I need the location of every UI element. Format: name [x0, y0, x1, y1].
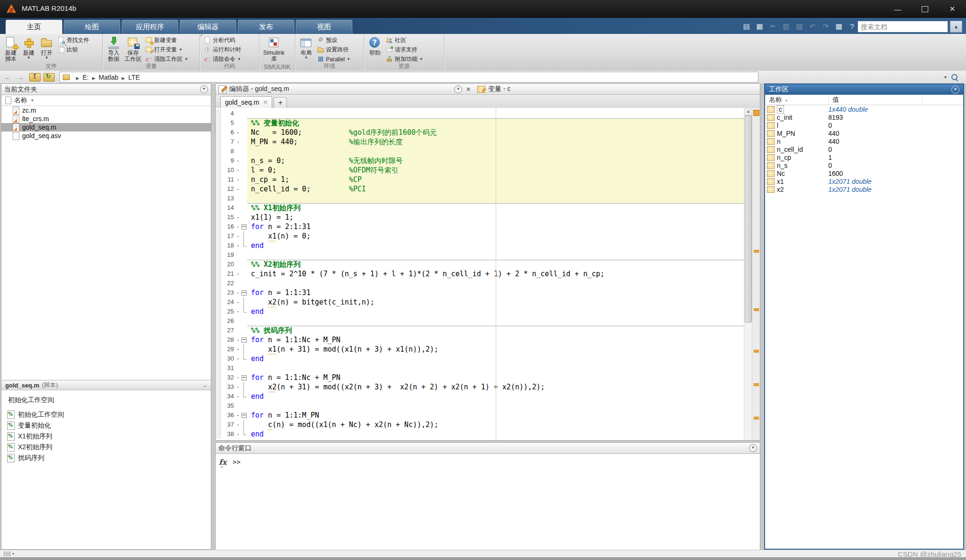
command-window-menu-icon[interactable]: ▼	[749, 444, 757, 452]
workspace-row[interactable]: x11x2071 double	[765, 177, 963, 185]
save-icon[interactable]: ▦	[755, 22, 764, 31]
section-item[interactable]: 扰码序列	[1, 453, 211, 463]
workspace-row[interactable]: n_cell_id0	[765, 145, 963, 153]
lint-warning-marker[interactable]	[754, 250, 759, 253]
undo-icon[interactable]: ↶	[808, 22, 817, 31]
compare-button[interactable]: 比较	[56, 45, 91, 54]
cut-icon[interactable]: ✂	[768, 22, 777, 31]
code-line[interactable]: 27%% 扰码序列	[216, 326, 744, 335]
workspace-name-column[interactable]: 名称 ▲	[765, 96, 829, 104]
command-window-body[interactable]: fx >>	[216, 454, 760, 550]
code-line[interactable]: 19	[216, 250, 744, 260]
new-tab-button[interactable]: +	[274, 97, 287, 108]
code-line[interactable]: 10-l = 0; %OFDM符号索引	[216, 165, 744, 175]
code-line[interactable]: 26	[216, 316, 744, 326]
help-button[interactable]: 帮助	[366, 35, 383, 57]
panel-menu-icon[interactable]: ▼	[200, 85, 208, 93]
code-line[interactable]: 23-for n = 1:1:31	[216, 288, 744, 297]
ribbon-tab-plots[interactable]: 绘图	[64, 20, 120, 34]
code-line[interactable]: 13	[216, 194, 744, 203]
breadcrumb-segment[interactable]: Matlab	[99, 74, 118, 81]
forward-button[interactable]: →	[15, 73, 26, 82]
folder-search-icon[interactable]	[951, 74, 958, 80]
current-folder-column-header[interactable]: 名称 ▼	[1, 95, 211, 106]
code-line[interactable]: 18-end	[216, 241, 744, 250]
code-line[interactable]: 35	[216, 401, 744, 411]
workspace-row[interactable]: c1x440 double	[765, 105, 963, 113]
simulink-library-button[interactable]: Simulink 库	[262, 35, 286, 63]
code-line[interactable]: 24- x2(n) = bitget(c_init,n);	[216, 297, 744, 307]
code-line[interactable]: 8	[216, 147, 744, 156]
code-line[interactable]: 20%% X2初始序列	[216, 260, 744, 269]
code-line[interactable]: 30-end	[216, 354, 744, 363]
editor-close-icon[interactable]: ✕	[465, 86, 472, 93]
preferences-button[interactable]: 预设	[315, 36, 352, 45]
code-line[interactable]: 6-Nc = 1600; %gold序列的前1600个码元	[216, 128, 744, 137]
paste-icon[interactable]: ▧	[795, 22, 804, 31]
workspace-row[interactable]: c_init8193	[765, 113, 963, 121]
minimize-button[interactable]: —	[884, 0, 911, 18]
scrollbar-thumb[interactable]	[745, 115, 752, 322]
workspace-row[interactable]: M_PN440	[765, 129, 963, 137]
file-item[interactable]: zc.m	[1, 106, 211, 115]
analyze-code-button[interactable]: 分析代码	[202, 36, 242, 45]
open-variable-button[interactable]: 打开变量▼	[143, 45, 190, 54]
fold-collapse-icon[interactable]	[242, 224, 247, 230]
chevron-down-icon[interactable]: ⌄	[203, 382, 207, 388]
workspace-row[interactable]: n440	[765, 137, 963, 145]
code-line[interactable]: 25-end	[216, 307, 744, 316]
lint-summary-icon[interactable]	[753, 110, 759, 116]
lint-warning-marker[interactable]	[754, 383, 759, 386]
code-line[interactable]: 28-for n = 1:1:Nc + M_PN	[216, 335, 744, 345]
workspace-row[interactable]: l0	[765, 121, 963, 129]
code-line[interactable]: 22	[216, 279, 744, 288]
code-line[interactable]: 37- c(n) = mod((x1(n + Nc) + x2(n + Nc))…	[216, 420, 744, 429]
editor-scrollbar[interactable]: ▲	[744, 108, 752, 440]
workspace-row[interactable]: x21x2071 double	[765, 185, 963, 193]
set-path-button[interactable]: 设置路径	[315, 45, 352, 54]
file-item[interactable]: gold_seq.asv	[1, 132, 211, 140]
code-line[interactable]: 34-end	[216, 392, 744, 401]
code-line[interactable]: 17- x1(n) = 0;	[216, 231, 744, 241]
code-line[interactable]: 5%% 变量初始化	[216, 118, 744, 128]
help-icon[interactable]: ?	[848, 22, 857, 31]
redo-icon[interactable]: ↷	[821, 22, 830, 31]
save-workspace-button[interactable]: 保存 工作区	[123, 35, 143, 63]
ribbon-tab-publish[interactable]: 发布	[238, 20, 294, 34]
code-line[interactable]: 21-c_init = 2^10 * (7 * (n_s + 1) + l + …	[216, 269, 744, 279]
close-button[interactable]: ✕	[939, 0, 966, 18]
ribbon-tab-home[interactable]: 主页	[6, 20, 62, 34]
file-details-header[interactable]: gold_seq.m (脚本) ⌄	[1, 380, 211, 390]
doc-search-input[interactable]	[858, 23, 949, 31]
code-line[interactable]: 31	[216, 363, 744, 373]
editor-tab[interactable]: gold_seq.m ✕	[220, 96, 272, 108]
code-area[interactable]: 45%% 变量初始化6-Nc = 1600; %gold序列的前1600个码元7…	[216, 108, 760, 440]
breadcrumb-segment[interactable]: E:	[83, 74, 89, 81]
ribbon-tab-editor[interactable]: 编辑器	[180, 20, 236, 34]
code-line[interactable]: 36-for n = 1:1:M_PN	[216, 411, 744, 420]
import-data-button[interactable]: 导入 数据	[105, 35, 122, 63]
new-variable-button[interactable]: 新建变量	[143, 36, 190, 45]
copy-icon[interactable]: ▥	[782, 22, 791, 31]
lint-warning-marker[interactable]	[754, 350, 759, 353]
section-item[interactable]: 初始化工作空间	[1, 409, 211, 420]
ribbon-collapse-button[interactable]: ▴	[950, 21, 962, 33]
code-line[interactable]: 12-n_cell_id = 0; %PCI	[216, 184, 744, 194]
code-line[interactable]: 4	[216, 109, 744, 118]
file-item[interactable]: lte_crs.m	[1, 115, 211, 123]
fold-collapse-icon[interactable]	[242, 413, 247, 418]
workspace-menu-icon[interactable]: ▼	[951, 86, 959, 94]
code-line[interactable]: 32-for n = 1:1:Nc + M_PN	[216, 373, 744, 382]
code-line[interactable]: 15-x1(1) = 1;	[216, 213, 744, 222]
code-line[interactable]: 29- x1(n + 31) = mod((x1(n + 3) + x1(n))…	[216, 345, 744, 354]
code-line[interactable]: 11-n_cp = 1; %CP	[216, 175, 744, 184]
section-item[interactable]: 变量初始化	[1, 420, 211, 431]
ribbon-tab-apps[interactable]: 应用程序	[122, 20, 178, 34]
workspace-row[interactable]: n_cp1	[765, 153, 963, 161]
fold-collapse-icon[interactable]	[242, 338, 247, 343]
fx-button[interactable]: fx	[219, 458, 226, 467]
code-line[interactable]: 16-for n = 2:1:31	[216, 222, 744, 231]
community-button[interactable]: 社区	[384, 36, 425, 45]
file-item[interactable]: gold_seq.m	[1, 123, 211, 132]
fold-collapse-icon[interactable]	[242, 290, 247, 296]
